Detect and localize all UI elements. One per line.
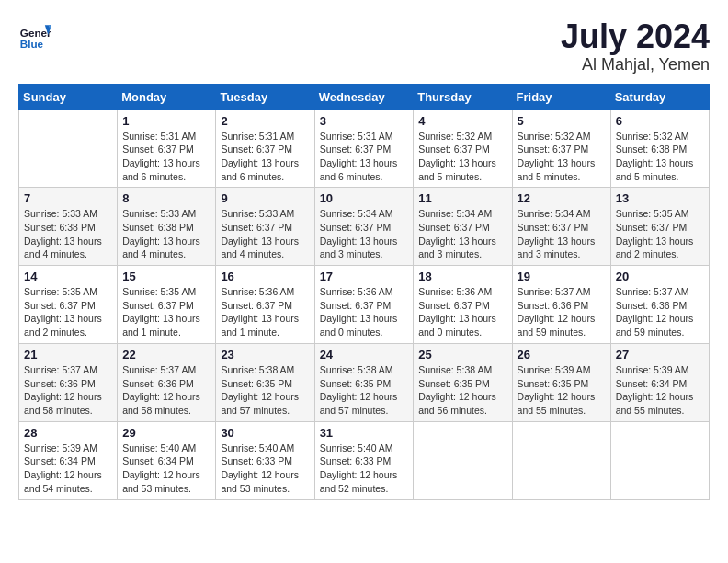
day-info: Sunrise: 5:37 AM Sunset: 6:36 PM Dayligh… xyxy=(122,363,210,418)
day-info: Sunrise: 5:37 AM Sunset: 6:36 PM Dayligh… xyxy=(24,363,112,418)
day-info: Sunrise: 5:35 AM Sunset: 6:37 PM Dayligh… xyxy=(616,207,704,261)
day-number: 25 xyxy=(418,348,506,362)
day-number: 21 xyxy=(24,348,112,362)
calendar-day-cell: 29Sunrise: 5:40 AM Sunset: 6:34 PM Dayli… xyxy=(118,421,216,500)
day-info: Sunrise: 5:36 AM Sunset: 6:37 PM Dayligh… xyxy=(221,285,309,339)
calendar-day-cell: 20Sunrise: 5:37 AM Sunset: 6:36 PM Dayli… xyxy=(610,266,709,344)
day-info: Sunrise: 5:37 AM Sunset: 6:36 PM Dayligh… xyxy=(518,285,606,339)
day-number: 29 xyxy=(122,426,210,440)
calendar-day-cell: 4Sunrise: 5:32 AM Sunset: 6:37 PM Daylig… xyxy=(414,109,512,188)
day-number: 28 xyxy=(24,426,112,440)
day-number: 15 xyxy=(122,270,210,283)
calendar-day-cell: 5Sunrise: 5:32 AM Sunset: 6:37 PM Daylig… xyxy=(512,109,610,188)
day-number: 22 xyxy=(122,348,210,362)
calendar-day-cell: 7Sunrise: 5:33 AM Sunset: 6:38 PM Daylig… xyxy=(19,188,118,266)
calendar-day-cell: 8Sunrise: 5:33 AM Sunset: 6:38 PM Daylig… xyxy=(118,188,216,266)
calendar-week-row: 7Sunrise: 5:33 AM Sunset: 6:38 PM Daylig… xyxy=(19,188,710,266)
calendar-day-cell: 24Sunrise: 5:38 AM Sunset: 6:35 PM Dayli… xyxy=(314,343,414,421)
day-info: Sunrise: 5:32 AM Sunset: 6:37 PM Dayligh… xyxy=(518,130,606,184)
day-info: Sunrise: 5:40 AM Sunset: 6:33 PM Dayligh… xyxy=(221,442,309,496)
calendar-day-cell: 18Sunrise: 5:36 AM Sunset: 6:37 PM Dayli… xyxy=(414,266,512,344)
calendar-day-cell: 21Sunrise: 5:37 AM Sunset: 6:36 PM Dayli… xyxy=(19,343,118,421)
day-info: Sunrise: 5:40 AM Sunset: 6:34 PM Dayligh… xyxy=(122,442,210,496)
day-number: 3 xyxy=(320,114,409,128)
calendar-week-row: 28Sunrise: 5:39 AM Sunset: 6:34 PM Dayli… xyxy=(19,421,710,500)
weekday-header-cell: Friday xyxy=(512,84,610,109)
day-info: Sunrise: 5:36 AM Sunset: 6:37 PM Dayligh… xyxy=(320,285,409,339)
day-info: Sunrise: 5:32 AM Sunset: 6:37 PM Dayligh… xyxy=(418,130,506,184)
day-number: 1 xyxy=(122,114,210,128)
day-number: 17 xyxy=(320,270,409,283)
calendar-day-cell: 22Sunrise: 5:37 AM Sunset: 6:36 PM Dayli… xyxy=(118,343,216,421)
weekday-header-cell: Tuesday xyxy=(216,84,314,109)
weekday-header-cell: Monday xyxy=(118,84,216,109)
calendar-day-cell: 10Sunrise: 5:34 AM Sunset: 6:37 PM Dayli… xyxy=(314,188,414,266)
month-title: July 2024 xyxy=(561,18,710,55)
day-info: Sunrise: 5:31 AM Sunset: 6:37 PM Dayligh… xyxy=(320,130,409,184)
calendar-day-cell xyxy=(414,421,512,500)
day-info: Sunrise: 5:35 AM Sunset: 6:37 PM Dayligh… xyxy=(24,285,112,339)
day-info: Sunrise: 5:33 AM Sunset: 6:38 PM Dayligh… xyxy=(24,207,112,261)
calendar-day-cell: 6Sunrise: 5:32 AM Sunset: 6:38 PM Daylig… xyxy=(610,109,709,188)
calendar-day-cell: 11Sunrise: 5:34 AM Sunset: 6:37 PM Dayli… xyxy=(414,188,512,266)
calendar-day-cell: 16Sunrise: 5:36 AM Sunset: 6:37 PM Dayli… xyxy=(216,266,314,344)
day-info: Sunrise: 5:34 AM Sunset: 6:37 PM Dayligh… xyxy=(418,207,506,261)
calendar-day-cell: 23Sunrise: 5:38 AM Sunset: 6:35 PM Dayli… xyxy=(216,343,314,421)
day-info: Sunrise: 5:40 AM Sunset: 6:33 PM Dayligh… xyxy=(320,442,409,496)
calendar-day-cell: 19Sunrise: 5:37 AM Sunset: 6:36 PM Dayli… xyxy=(512,266,610,344)
day-number: 27 xyxy=(616,348,704,362)
day-info: Sunrise: 5:32 AM Sunset: 6:38 PM Dayligh… xyxy=(616,130,704,184)
day-number: 18 xyxy=(418,270,506,283)
calendar-day-cell: 25Sunrise: 5:38 AM Sunset: 6:35 PM Dayli… xyxy=(414,343,512,421)
day-number: 23 xyxy=(221,348,309,362)
calendar-day-cell: 3Sunrise: 5:31 AM Sunset: 6:37 PM Daylig… xyxy=(314,109,414,188)
logo-icon: General Blue xyxy=(18,18,51,52)
calendar-day-cell xyxy=(610,421,709,500)
day-info: Sunrise: 5:33 AM Sunset: 6:37 PM Dayligh… xyxy=(221,207,309,261)
day-info: Sunrise: 5:35 AM Sunset: 6:37 PM Dayligh… xyxy=(122,285,210,339)
calendar-week-row: 21Sunrise: 5:37 AM Sunset: 6:36 PM Dayli… xyxy=(19,343,710,421)
day-number: 19 xyxy=(518,270,606,283)
day-number: 8 xyxy=(122,191,210,205)
day-number: 11 xyxy=(418,191,506,205)
weekday-header-cell: Saturday xyxy=(610,84,709,109)
day-info: Sunrise: 5:38 AM Sunset: 6:35 PM Dayligh… xyxy=(221,363,309,418)
calendar-day-cell: 2Sunrise: 5:31 AM Sunset: 6:37 PM Daylig… xyxy=(216,109,314,188)
day-number: 5 xyxy=(518,114,606,128)
calendar-day-cell: 27Sunrise: 5:39 AM Sunset: 6:34 PM Dayli… xyxy=(610,343,709,421)
day-info: Sunrise: 5:37 AM Sunset: 6:36 PM Dayligh… xyxy=(616,285,704,339)
day-info: Sunrise: 5:39 AM Sunset: 6:34 PM Dayligh… xyxy=(24,442,112,496)
calendar-day-cell: 12Sunrise: 5:34 AM Sunset: 6:37 PM Dayli… xyxy=(512,188,610,266)
day-info: Sunrise: 5:39 AM Sunset: 6:34 PM Dayligh… xyxy=(616,363,704,418)
day-number: 20 xyxy=(616,270,704,283)
calendar-week-row: 14Sunrise: 5:35 AM Sunset: 6:37 PM Dayli… xyxy=(19,266,710,344)
day-number: 9 xyxy=(221,191,309,205)
day-number: 7 xyxy=(24,191,112,205)
calendar-week-row: 1Sunrise: 5:31 AM Sunset: 6:37 PM Daylig… xyxy=(19,109,710,188)
calendar-body: 1Sunrise: 5:31 AM Sunset: 6:37 PM Daylig… xyxy=(19,109,710,500)
day-info: Sunrise: 5:36 AM Sunset: 6:37 PM Dayligh… xyxy=(418,285,506,339)
title-area: July 2024 Al Mahjal, Yemen xyxy=(561,18,710,75)
day-number: 13 xyxy=(616,191,704,205)
day-number: 24 xyxy=(320,348,409,362)
calendar-day-cell: 14Sunrise: 5:35 AM Sunset: 6:37 PM Dayli… xyxy=(19,266,118,344)
svg-text:Blue: Blue xyxy=(20,38,44,50)
calendar-day-cell: 17Sunrise: 5:36 AM Sunset: 6:37 PM Dayli… xyxy=(314,266,414,344)
location-title: Al Mahjal, Yemen xyxy=(561,55,710,75)
day-info: Sunrise: 5:39 AM Sunset: 6:35 PM Dayligh… xyxy=(518,363,606,418)
day-info: Sunrise: 5:31 AM Sunset: 6:37 PM Dayligh… xyxy=(122,130,210,184)
day-number: 2 xyxy=(221,114,309,128)
calendar-day-cell: 30Sunrise: 5:40 AM Sunset: 6:33 PM Dayli… xyxy=(216,421,314,500)
calendar-header-row: SundayMondayTuesdayWednesdayThursdayFrid… xyxy=(19,84,710,109)
calendar-day-cell: 9Sunrise: 5:33 AM Sunset: 6:37 PM Daylig… xyxy=(216,188,314,266)
page-header: General Blue July 2024 Al Mahjal, Yemen xyxy=(18,18,710,75)
calendar-table: SundayMondayTuesdayWednesdayThursdayFrid… xyxy=(18,84,710,500)
calendar-day-cell: 13Sunrise: 5:35 AM Sunset: 6:37 PM Dayli… xyxy=(610,188,709,266)
day-number: 30 xyxy=(221,426,309,440)
calendar-day-cell xyxy=(19,109,118,188)
day-info: Sunrise: 5:38 AM Sunset: 6:35 PM Dayligh… xyxy=(418,363,506,418)
weekday-header-cell: Sunday xyxy=(19,84,118,109)
logo: General Blue xyxy=(18,18,51,52)
weekday-header-cell: Wednesday xyxy=(314,84,414,109)
calendar-day-cell: 15Sunrise: 5:35 AM Sunset: 6:37 PM Dayli… xyxy=(118,266,216,344)
